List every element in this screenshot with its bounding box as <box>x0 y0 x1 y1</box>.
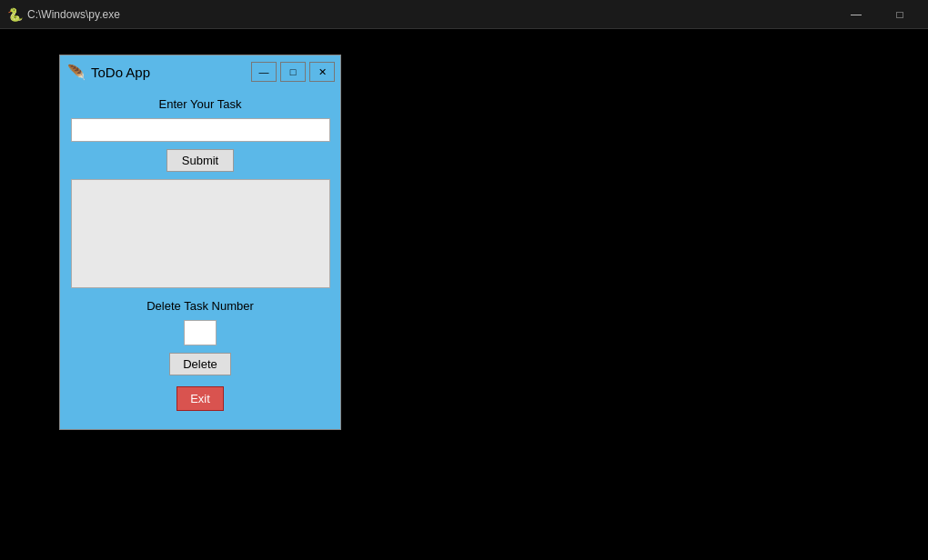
window-close-btn[interactable]: ✕ <box>309 62 335 82</box>
title-bar: 🪶 ToDo App — □ ✕ <box>60 55 340 88</box>
app-title: ToDo App <box>91 65 150 80</box>
taskbar-minimize-btn[interactable]: — <box>835 0 877 29</box>
delete-number-input[interactable] <box>184 320 217 345</box>
taskbar-maximize-btn[interactable]: □ <box>879 0 921 29</box>
submit-button[interactable]: Submit <box>166 149 234 172</box>
taskbar: 🐍 C:\Windows\py.exe — □ <box>0 0 928 29</box>
window-controls: — □ ✕ <box>251 62 335 82</box>
app-icon: 🪶 <box>67 64 86 81</box>
delete-button[interactable]: Delete <box>169 353 231 375</box>
app-body: Enter Your Task Submit Delete Task Numbe… <box>60 88 340 429</box>
window-maximize-btn[interactable]: □ <box>280 62 306 82</box>
task-input[interactable] <box>71 118 330 142</box>
taskbar-app-icon: 🐍 <box>7 7 22 22</box>
task-list[interactable] <box>71 179 330 288</box>
enter-task-label: Enter Your Task <box>159 97 242 111</box>
taskbar-title: C:\Windows\py.exe <box>27 8 120 21</box>
app-window: 🪶 ToDo App — □ ✕ Enter Your Task Submit … <box>59 55 341 430</box>
taskbar-controls: — □ <box>835 0 921 29</box>
window-minimize-btn[interactable]: — <box>251 62 277 82</box>
exit-button[interactable]: Exit <box>177 386 224 411</box>
delete-task-label: Delete Task Number <box>146 299 254 313</box>
